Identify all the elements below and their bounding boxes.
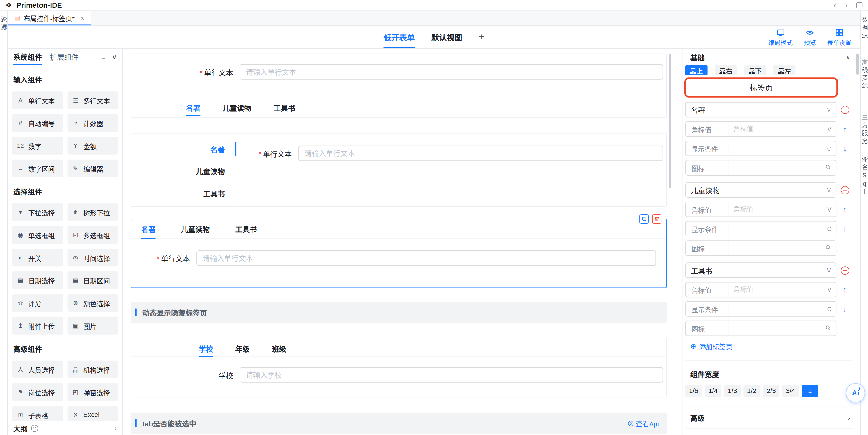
- palette-item-single-line-text[interactable]: A单行文本: [12, 91, 63, 109]
- badge-value-input[interactable]: [729, 125, 828, 133]
- list-layout-icon[interactable]: ≡: [101, 53, 105, 61]
- outline-footer[interactable]: 大纲 ? ›: [8, 421, 122, 435]
- variable-toggle[interactable]: V: [827, 186, 831, 193]
- tabs-panel-left-position[interactable]: 名著 儿童读物 工具书 *单行文本: [131, 133, 666, 207]
- variable-toggle[interactable]: V: [827, 267, 831, 273]
- tab-mingzhu[interactable]: 名著: [131, 138, 236, 160]
- nav-forward-icon[interactable]: ›: [845, 1, 848, 9]
- tabs-panel-top-position[interactable]: *单行文本 名著 儿童读物 工具书: [131, 54, 666, 118]
- palette-item-checkbox-group[interactable]: ☑多选框组: [67, 226, 118, 244]
- tab-reference-books[interactable]: 工具书: [235, 219, 257, 239]
- width-option-1-3[interactable]: 1/3: [724, 385, 741, 397]
- rail-item-resources[interactable]: 资源: [0, 16, 8, 31]
- tab-extended-components[interactable]: 扩展组件: [50, 49, 79, 65]
- palette-item-attachment-upload[interactable]: ↥附件上传: [12, 317, 63, 335]
- basic-section-header[interactable]: 基础 ∨: [685, 49, 852, 65]
- editor-tab-layout-tabs[interactable]: ▤ 布局控件-标签页* ×: [8, 11, 91, 26]
- width-option-3-4[interactable]: 3/4: [782, 385, 799, 397]
- tab-childrens-books[interactable]: 儿童读物: [131, 160, 236, 182]
- canvas-scrollbar[interactable]: [669, 54, 671, 188]
- move-down-button[interactable]: ↓: [843, 145, 847, 152]
- position-left-button[interactable]: 靠左: [773, 65, 796, 75]
- single-line-text-input[interactable]: [196, 250, 656, 266]
- props-scrollbar[interactable]: [857, 54, 859, 75]
- palette-item-counter[interactable]: ◔计数器: [67, 114, 118, 132]
- palette-item-person-select[interactable]: 人人员选择: [12, 361, 63, 378]
- position-bottom-button[interactable]: 靠下: [744, 65, 766, 75]
- icon-input[interactable]: [729, 244, 825, 252]
- rail-item-offline-resources[interactable]: 离线资源: [860, 59, 868, 90]
- search-icon[interactable]: [825, 324, 836, 332]
- palette-item-amount[interactable]: ¥金额: [67, 137, 118, 155]
- search-icon[interactable]: [825, 244, 836, 252]
- condition-input[interactable]: [729, 225, 827, 232]
- move-up-button[interactable]: ↑: [843, 206, 847, 213]
- code-mode-button[interactable]: 编码模式: [769, 28, 793, 46]
- palette-item-tree-dropdown[interactable]: ⋔树形下拉: [67, 203, 118, 221]
- rail-item-thirdparty-services[interactable]: 三方服务: [860, 115, 868, 146]
- chevron-down-icon[interactable]: ∨: [112, 53, 117, 61]
- tab-childrens-books[interactable]: 儿童读物: [222, 100, 251, 116]
- palette-item-image[interactable]: ▣图片: [67, 317, 118, 335]
- condition-input[interactable]: [729, 145, 827, 152]
- icon-input[interactable]: [729, 324, 825, 332]
- school-input[interactable]: [240, 367, 663, 382]
- width-option-1-6[interactable]: 1/6: [685, 385, 702, 397]
- tab-name-input[interactable]: 名著V: [685, 102, 837, 117]
- palette-item-dropdown[interactable]: ▾下拉选择: [12, 203, 63, 221]
- move-down-button[interactable]: ↓: [843, 305, 847, 313]
- palette-item-editor[interactable]: ✎编辑器: [67, 160, 118, 177]
- tab-system-components[interactable]: 系统组件: [13, 49, 42, 65]
- tabs-panel-selected[interactable]: 名著 儿童读物 工具书 *单行文本: [131, 219, 666, 288]
- palette-item-auto-number[interactable]: #自动编号: [12, 114, 63, 132]
- style-section-header[interactable]: 样式 ›: [685, 432, 852, 435]
- tab-mingzhu[interactable]: 名著: [186, 100, 200, 116]
- single-line-text-input[interactable]: [299, 146, 663, 161]
- add-view-button[interactable]: +: [479, 26, 485, 48]
- tab-reference-books[interactable]: 工具书: [131, 182, 236, 204]
- remove-tab-button[interactable]: [840, 105, 849, 114]
- remove-tab-button[interactable]: [840, 186, 849, 194]
- rail-item-named-sql[interactable]: 命名Sql: [860, 156, 868, 196]
- palette-item-switch[interactable]: ◐开关: [12, 249, 63, 266]
- variable-toggle[interactable]: V: [828, 126, 836, 132]
- palette-item-org-select[interactable]: 品机构选择: [67, 361, 118, 378]
- advanced-section-header[interactable]: 高级 ›: [685, 410, 852, 425]
- condition-toggle[interactable]: C: [827, 145, 836, 152]
- palette-item-popup-select[interactable]: ◰弹窗选择: [67, 383, 118, 401]
- search-icon[interactable]: [825, 164, 836, 172]
- tab-class[interactable]: 班级: [272, 340, 286, 356]
- tab-name-input[interactable]: 儿童读物V: [685, 182, 837, 197]
- ai-assistant-button[interactable]: Ai ✦: [846, 383, 865, 403]
- tab-name-input[interactable]: 工具书V: [685, 262, 837, 278]
- condition-input[interactable]: [729, 305, 827, 313]
- view-api-link[interactable]: ◎ 查看Api: [628, 418, 666, 428]
- help-icon[interactable]: ?: [31, 425, 38, 432]
- condition-toggle[interactable]: C: [827, 306, 836, 312]
- tab-mingzhu[interactable]: 名著: [141, 219, 156, 239]
- width-option-full[interactable]: 1: [802, 385, 818, 397]
- badge-value-input[interactable]: [729, 206, 828, 213]
- icon-input[interactable]: [729, 164, 825, 172]
- condition-toggle[interactable]: C: [827, 225, 836, 232]
- tab-default-view[interactable]: 默认视图: [431, 26, 462, 48]
- tab-low-code-form[interactable]: 低开表单: [384, 26, 415, 48]
- move-up-button[interactable]: ↑: [843, 286, 847, 293]
- remove-tab-button[interactable]: [840, 266, 849, 274]
- tab-childrens-books[interactable]: 儿童读物: [181, 219, 210, 239]
- position-right-button[interactable]: 靠右: [715, 65, 737, 75]
- position-top-button[interactable]: 靠上: [685, 65, 708, 75]
- delete-component-button[interactable]: [652, 214, 661, 224]
- collapse-icon[interactable]: ∨: [846, 54, 850, 61]
- single-line-text-input[interactable]: [240, 64, 663, 80]
- palette-item-number[interactable]: 12数字: [12, 137, 63, 155]
- palette-item-time-picker[interactable]: ◷时间选择: [67, 249, 118, 266]
- tabs-panel-school[interactable]: 学校 年级 班级 学校: [131, 338, 666, 398]
- rail-item-datasource[interactable]: 数据源: [860, 17, 868, 40]
- nav-back-icon[interactable]: ‹: [833, 1, 836, 9]
- tab-grade[interactable]: 年级: [235, 340, 250, 356]
- palette-item-position-select[interactable]: ⚑岗位选择: [12, 383, 63, 401]
- width-option-1-2[interactable]: 1/2: [743, 385, 760, 397]
- variable-toggle[interactable]: V: [828, 206, 836, 213]
- form-settings-button[interactable]: 表单设置: [827, 28, 851, 46]
